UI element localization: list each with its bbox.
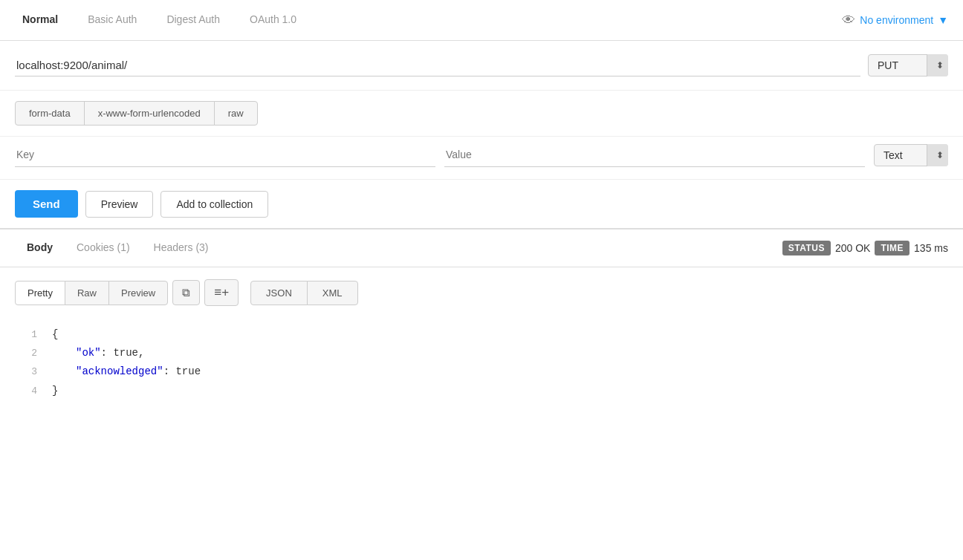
- auth-tabs-bar: Normal Basic Auth Digest Auth OAuth 1.0 …: [0, 0, 963, 41]
- url-input[interactable]: localhost:9200/animal/: [15, 54, 860, 76]
- body-tab-urlencoded[interactable]: x-www-form-urlencoded: [84, 101, 215, 126]
- line-num-2: 2: [15, 345, 37, 362]
- type-select-wrapper: Text File: [874, 144, 948, 166]
- tab-oauth[interactable]: OAuth 1.0: [235, 0, 311, 41]
- time-value: 135 ms: [914, 242, 948, 254]
- line-num-3: 3: [15, 363, 37, 380]
- fmt-tab-raw[interactable]: Raw: [65, 281, 109, 305]
- code-rest-3: : true: [163, 365, 201, 377]
- send-button[interactable]: Send: [15, 190, 78, 218]
- method-wrapper: PUT GET POST DELETE PATCH HEAD OPTIONS: [868, 54, 948, 76]
- method-select[interactable]: PUT GET POST DELETE PATCH HEAD OPTIONS: [868, 54, 948, 76]
- add-to-collection-button[interactable]: Add to collection: [160, 191, 268, 218]
- status-value: 200 OK: [835, 242, 870, 254]
- line-num-1: 1: [15, 326, 37, 343]
- fmt-tab-pretty[interactable]: Pretty: [15, 281, 65, 305]
- code-line-1: 1 {: [15, 325, 941, 344]
- body-type-section: form-data x-www-form-urlencoded raw: [0, 91, 963, 137]
- body-tab-form-data[interactable]: form-data: [15, 101, 85, 126]
- code-line-4: 4 }: [15, 382, 941, 400]
- code-key-2: "ok": [76, 347, 101, 359]
- environment-label: No environment: [860, 14, 933, 26]
- fmt-tab-preview[interactable]: Preview: [108, 281, 168, 305]
- status-badge: STATUS: [782, 241, 831, 255]
- code-content-2: "ok": true,: [52, 344, 144, 362]
- type-select[interactable]: Text File: [874, 144, 948, 166]
- preview-button[interactable]: Preview: [85, 191, 154, 218]
- code-line-2: 2 "ok": true,: [15, 344, 941, 362]
- action-section: Send Preview Add to collection: [0, 180, 963, 229]
- time-badge: TIME: [875, 241, 910, 255]
- tab-digest-auth[interactable]: Digest Auth: [152, 0, 235, 41]
- code-key-3: "acknowledged": [76, 365, 163, 377]
- copy-icon: ⧉: [182, 286, 190, 299]
- url-section: localhost:9200/animal/ PUT GET POST DELE…: [0, 41, 963, 91]
- response-tabs-bar: Body Cookies (1) Headers (3) STATUS 200 …: [0, 229, 963, 267]
- wrap-icon: ≡+: [214, 285, 229, 299]
- code-rest-2: : true,: [101, 347, 145, 359]
- code-output-area: 1 { 2 "ok": true, 3 "acknowledged": true…: [15, 318, 948, 408]
- fmt-tab-xml[interactable]: XML: [307, 281, 358, 305]
- code-line-3: 3 "acknowledged": true: [15, 362, 941, 381]
- value-input[interactable]: [444, 143, 865, 167]
- code-content-1: {: [52, 325, 58, 344]
- response-tab-body[interactable]: Body: [15, 229, 65, 267]
- format-section: Pretty Raw Preview ⧉ ≡+ JSON XML: [0, 267, 963, 318]
- type-tabs-group: JSON XML: [250, 281, 357, 305]
- code-content-3: "acknowledged": true: [52, 362, 201, 381]
- fmt-tab-json[interactable]: JSON: [250, 281, 308, 305]
- response-tab-headers[interactable]: Headers (3): [142, 229, 221, 267]
- tab-basic-auth[interactable]: Basic Auth: [73, 0, 152, 41]
- view-tabs-group: Pretty Raw Preview: [15, 281, 168, 305]
- code-content-4: }: [52, 382, 58, 400]
- wrap-icon-button[interactable]: ≡+: [204, 279, 239, 306]
- line-num-4: 4: [15, 382, 37, 400]
- environment-selector[interactable]: 👁 No environment ▼: [834, 5, 956, 36]
- response-tab-cookies[interactable]: Cookies (1): [65, 229, 142, 267]
- copy-icon-button[interactable]: ⧉: [172, 280, 200, 305]
- eye-icon: 👁: [842, 13, 855, 28]
- body-type-tabs: form-data x-www-form-urlencoded raw: [15, 101, 948, 126]
- key-input[interactable]: [15, 143, 435, 167]
- environment-dropdown-icon: ▼: [938, 14, 948, 26]
- response-meta: STATUS 200 OK TIME 135 ms: [782, 241, 948, 255]
- key-value-section: Text File: [0, 137, 963, 180]
- body-tab-raw[interactable]: raw: [214, 101, 258, 126]
- tab-normal[interactable]: Normal: [7, 0, 73, 41]
